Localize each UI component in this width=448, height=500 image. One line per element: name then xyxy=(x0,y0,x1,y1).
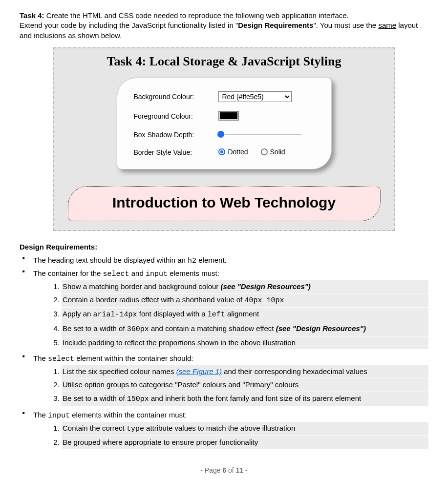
t: left xyxy=(208,311,225,319)
t: 40px 10px xyxy=(244,296,284,305)
req2-item2: Contain a border radius effect with a sh… xyxy=(62,293,428,307)
req3-code: select xyxy=(48,355,74,363)
t: List the six specified colour names xyxy=(63,367,176,375)
req2-mid: and xyxy=(129,269,146,277)
req4-item2: Be grouped where appropriate to ensure p… xyxy=(62,436,428,449)
t: Be set to a width of xyxy=(63,324,127,333)
intro-line2b: ". You must use the xyxy=(313,21,378,29)
intro-same: same xyxy=(378,21,396,29)
slider-thumb[interactable] xyxy=(217,131,224,138)
req-bullet-1: The heading text should be displayed wit… xyxy=(21,254,428,267)
req2-item1: Show a matching border and background co… xyxy=(62,280,428,293)
radio-label-dotted: Dotted xyxy=(228,148,248,156)
border-radio-dotted[interactable]: Dotted xyxy=(218,148,248,156)
req3-post: element within the container should: xyxy=(74,354,193,362)
app-title: Task 4: Local Storage & JavaScript Styli… xyxy=(61,54,387,69)
t: Be set to a width of xyxy=(63,394,127,402)
t: and their corresponding hexadecimal valu… xyxy=(222,367,367,375)
intro-bold: Design Requirements xyxy=(238,21,313,29)
intro-preview-box: Introduction to Web Technology xyxy=(68,186,381,221)
req1-pre: The heading text should be displayed wit… xyxy=(33,256,188,264)
req-bullet-3: The select element within the container … xyxy=(21,352,428,409)
t: and inherit both the font family and fon… xyxy=(149,394,361,402)
task-label: Task 4: xyxy=(20,11,44,20)
t: Apply an xyxy=(63,310,93,318)
page-footer: - Page 6 of 11 - xyxy=(20,466,428,474)
bg-colour-select[interactable]: Red (#ffe5e5) xyxy=(218,91,292,102)
t: arial-14px xyxy=(93,311,137,319)
shadow-depth-label: Box Shadow Depth: xyxy=(132,126,217,144)
slider-track xyxy=(218,134,301,135)
radio-circle-empty-icon xyxy=(261,148,268,155)
t: alignment xyxy=(225,310,259,318)
req3-item2: Utilise option groups to categorise "Pas… xyxy=(62,378,428,391)
t: 360px xyxy=(127,325,149,333)
req2-pre: The container for the xyxy=(33,269,103,277)
figure-1-link[interactable]: (see Figure 1) xyxy=(176,367,222,375)
req3-pre: The xyxy=(33,354,48,362)
requirements-list: The heading text should be displayed wit… xyxy=(20,254,428,452)
fg-colour-input[interactable] xyxy=(218,111,239,121)
control-panel: Background Colour: Red (#ffe5e5) Foregro… xyxy=(117,78,332,169)
t: font displayed with a xyxy=(137,310,208,318)
req1-code: h2 xyxy=(188,257,196,265)
intro-line1: Create the HTML and CSS code needed to r… xyxy=(44,11,349,20)
task-intro: Task 4: Create the HTML and CSS code nee… xyxy=(20,11,428,41)
t: Contain a border radius effect with a sh… xyxy=(63,295,244,304)
req4-code: input xyxy=(48,412,70,420)
ft: - xyxy=(243,466,248,474)
border-radio-solid[interactable]: Solid xyxy=(261,148,285,156)
page-total: 11 xyxy=(236,466,244,474)
t: Show a matching border and background co… xyxy=(63,282,221,291)
app-frame: Task 4: Local Storage & JavaScript Styli… xyxy=(53,47,395,231)
t: type xyxy=(127,425,144,433)
req2-item3: Apply an arial-14px font displayed with … xyxy=(62,308,428,321)
req2-item4: Be set to a width of 360px and contain a… xyxy=(62,322,428,336)
req4-pre: The xyxy=(33,411,48,419)
t: 150px xyxy=(127,395,149,403)
req-bullet-2: The container for the select and input e… xyxy=(21,267,428,352)
req2-post: elements must: xyxy=(168,269,219,277)
t: (see "Design Resources") xyxy=(276,324,366,333)
req2-code1: select xyxy=(103,270,129,278)
req2-code2: input xyxy=(146,270,168,278)
t: attribute values to match the above illu… xyxy=(144,424,295,432)
fg-colour-label: Foreground Colour: xyxy=(132,106,217,126)
req1-post: element. xyxy=(196,256,227,264)
radio-circle-checked-icon xyxy=(218,148,225,155)
shadow-depth-slider[interactable] xyxy=(218,131,301,138)
req4-item1: Contain the correct type attribute value… xyxy=(62,422,428,436)
requirements-heading: Design Requirements: xyxy=(20,243,428,251)
req4-post: elements within the container must: xyxy=(70,411,187,419)
border-style-label: Border Style Value: xyxy=(132,144,217,161)
page-current: 6 xyxy=(222,466,226,474)
t: Contain the correct xyxy=(63,424,127,432)
intro-line2a: Extend your code by including the JavaSc… xyxy=(20,21,238,29)
t: (see "Design Resources") xyxy=(221,282,311,291)
ft: - Page xyxy=(200,466,222,474)
req3-item1: List the six specified colour names (see… xyxy=(62,365,428,378)
bg-colour-label: Background Colour: xyxy=(132,87,217,106)
radio-label-solid: Solid xyxy=(270,148,285,156)
req3-item3: Be set to a width of 150px and inherit b… xyxy=(62,392,428,406)
req-bullet-4: The input elements within the container … xyxy=(21,409,428,452)
req2-item5: Include padding to reflect the proportio… xyxy=(62,336,428,349)
t: and contain a matching shadow effect xyxy=(149,324,276,333)
ft: of xyxy=(226,466,235,474)
